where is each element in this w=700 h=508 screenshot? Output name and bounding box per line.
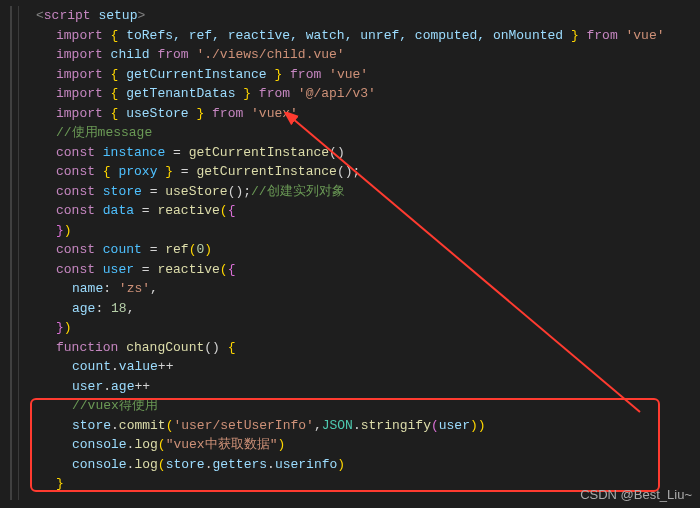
code-line: import { getCurrentInstance } from 'vue' xyxy=(16,65,700,85)
code-line: //vuex得使用 xyxy=(16,396,700,416)
code-line: count.value++ xyxy=(16,357,700,377)
code-line: }) xyxy=(16,318,700,338)
code-line: function changCount() { xyxy=(16,338,700,358)
code-line: const user = reactive({ xyxy=(16,260,700,280)
indent-guide xyxy=(10,6,12,500)
code-line: const count = ref(0) xyxy=(16,240,700,260)
code-line: import { getTenantDatas } from '@/api/v3… xyxy=(16,84,700,104)
code-line: const instance = getCurrentInstance() xyxy=(16,143,700,163)
code-line: }) xyxy=(16,221,700,241)
code-line: user.age++ xyxy=(16,377,700,397)
code-line: name: 'zs', xyxy=(16,279,700,299)
code-line: console.log("vuex中获取数据") xyxy=(16,435,700,455)
code-line: const { proxy } = getCurrentInstance(); xyxy=(16,162,700,182)
code-line: //使用message xyxy=(16,123,700,143)
code-editor[interactable]: <script setup> import { toRefs, ref, rea… xyxy=(0,0,700,500)
code-line: console.log(store.getters.userinfo) xyxy=(16,455,700,475)
watermark: CSDN @Best_Liu~ xyxy=(580,485,692,505)
code-line: <script setup> xyxy=(16,6,700,26)
code-line: const store = useStore();//创建实列对象 xyxy=(16,182,700,202)
code-line: store.commit('user/setUserInfo',JSON.str… xyxy=(16,416,700,436)
code-line: const data = reactive({ xyxy=(16,201,700,221)
code-line: age: 18, xyxy=(16,299,700,319)
code-line: import { useStore } from 'vuex' xyxy=(16,104,700,124)
indent-guide xyxy=(18,6,19,500)
code-line: import { toRefs, ref, reactive, watch, u… xyxy=(16,26,700,46)
code-line: import child from './views/child.vue' xyxy=(16,45,700,65)
